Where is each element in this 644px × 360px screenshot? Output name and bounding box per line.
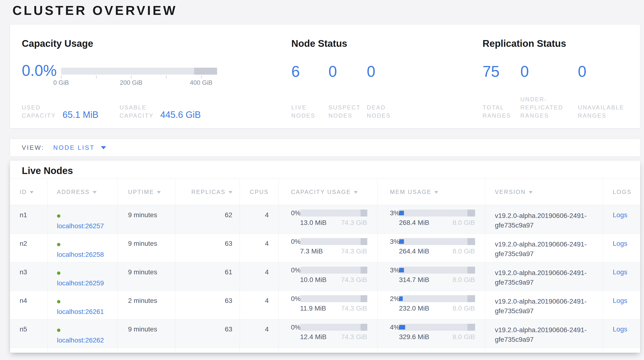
mem-usage-meter: 4% [390,324,475,331]
capacity-total-value: 74.3 GiB [341,304,367,312]
mem-usage-meter: 3% [390,267,475,274]
capacity-total-value: 74.3 GiB [341,276,367,284]
capacity-usage-section: Capacity Usage 0.0% 0 GiB200 GiB400 GiB … [22,38,233,120]
node-cpus-cell: 4 [240,291,278,319]
mem-meter-fill [399,268,404,272]
node-memory-cell: 2% 232.0 MiB 8.0 GiB [377,291,485,319]
node-status-stat: 0SUSPECT NODES [328,63,364,120]
node-cpus-cell: 4 [240,262,278,291]
column-header-label: CAPACITY USAGE [291,189,351,195]
view-selected-value[interactable]: NODE LIST [53,144,95,151]
node-uptime-cell: 9 minutes [118,262,175,291]
used-capacity-stat: USED CAPACITY 65.1 MiB [22,103,98,120]
capacity-meter-cap [360,210,367,217]
capacity-percent-label: 0% [291,238,300,245]
node-logs-link[interactable]: Logs [613,297,628,304]
mem-meter-track [399,238,475,245]
live-nodes-heading: Live Nodes [22,165,73,176]
sort-arrow-icon [157,191,161,194]
node-address-link[interactable]: localhost:26258 [57,251,104,258]
node-capacity-cell: 0% 13.0 MiB 74.3 GiB [278,205,377,234]
column-header-label: MEM USAGE [390,189,432,195]
mem-total-value: 8.0 GiB [452,219,475,227]
column-header-uptime[interactable]: UPTIME [118,179,175,205]
node-id-cell: n4 [10,291,48,319]
page-title: CLUSTER OVERVIEW [12,3,177,18]
capacity-meter-track [300,267,367,274]
node-memory-cell: 4% 329.6 MiB 8.0 GiB [377,319,485,348]
gauge-tick [96,76,96,78]
column-header-label: VERSION [495,189,526,195]
live-nodes-table: IDADDRESSUPTIMEREPLICASCPUSCAPACITY USAG… [10,178,640,353]
node-logs-cell: Logs [602,234,640,262]
node-logs-cell: Logs [602,291,640,319]
node-capacity-cell: 0% 11.9 MiB 74.3 GiB [278,291,377,319]
mem-percent-label: 3% [390,210,399,217]
capacity-gauge-axis: 0 GiB200 GiB400 GiB [61,79,217,86]
replication-status-section: Replication Status 75TOTAL RANGES0UNDER-… [482,38,641,120]
mem-usage-meter: 3% [390,238,475,245]
capacity-meter-cap [360,238,367,245]
node-address-link[interactable]: localhost:26259 [57,279,104,287]
column-header-replicas[interactable]: REPLICAS [175,179,240,205]
mem-meter-cap [468,210,475,217]
capacity-meter-track [300,295,367,302]
node-address-link[interactable]: localhost:26261 [57,308,104,315]
node-capacity-cell: 0% 7.3 MiB 74.3 GiB [278,234,377,262]
replication-stat-label: TOTAL RANGES [482,103,518,120]
node-address-cell: localhost:26261 [48,291,118,319]
node-logs-link[interactable]: Logs [613,240,628,247]
mem-meter-fill [399,325,405,329]
node-memory-cell: 3% 314.7 MiB 8.0 GiB [377,262,485,291]
node-version-text: v19.2.0-alpha.20190606-2491-gfe735c9a97 [495,240,600,259]
used-capacity-value: 65.1 MiB [62,110,98,120]
capacity-used-value: 7.3 MiB [300,247,323,255]
node-uptime-cell: 9 minutes [118,234,175,262]
column-header-mem-usage[interactable]: MEM USAGE [377,179,485,205]
node-version-cell: v19.2.0-alpha.20190606-2491-gfe735c9a97 [485,319,602,348]
node-replicas-cell: 61 [175,262,240,291]
node-address-link[interactable]: localhost:26257 [57,222,104,230]
capacity-used-value: 11.9 MiB [300,304,326,312]
column-header-capacity-usage[interactable]: CAPACITY USAGE [278,179,377,205]
node-logs-link[interactable]: Logs [613,325,628,333]
table-row: n4 localhost:26261 2 minutes 63 4 0% 11.… [10,291,640,319]
gauge-axis-label: 200 GiB [120,79,142,86]
mem-meter-cap [468,267,475,274]
table-header-row: IDADDRESSUPTIMEREPLICASCPUSCAPACITY USAG… [10,179,640,205]
column-header-label: CPUS [250,189,269,195]
table-row: n2 localhost:26258 9 minutes 63 4 0% 7.3… [10,234,640,262]
node-replicas-cell: 63 [175,291,240,319]
mem-meter-fill [399,239,404,244]
mem-meter-track [399,210,475,217]
capacity-percent-value: 0.0% [22,62,57,79]
node-logs-link[interactable]: Logs [613,211,628,219]
capacity-gauge: 0 GiB200 GiB400 GiB [61,68,217,86]
column-header-version[interactable]: VERSION [485,179,602,205]
mem-percent-label: 3% [390,238,399,245]
view-selector-dropdown[interactable]: NODE LIST [53,144,106,151]
capacity-stats: USED CAPACITY 65.1 MiB USABLE CAPACITY 4… [22,102,233,120]
capacity-gauge-cap [194,68,217,75]
node-status-stat: 6LIVE NODES [291,63,327,120]
capacity-total-value: 74.3 GiB [341,333,367,341]
sort-arrow-icon [30,191,34,194]
gauge-tick [131,76,132,78]
column-header-address[interactable]: ADDRESS [48,179,118,205]
capacity-used-value: 12.4 MiB [300,333,327,341]
node-logs-link[interactable]: Logs [613,268,628,276]
column-header-cpus: CPUS [240,179,278,205]
node-capacity-cell: 0% 10.0 MiB 74.3 GiB [278,262,377,291]
mem-used-value: 264.4 MiB [399,247,429,255]
sort-arrow-icon [354,191,358,194]
node-address-link[interactable]: localhost:26262 [57,336,104,344]
node-status-stat: 0DEAD NODES [367,63,408,120]
gauge-axis-label: 0 GiB [53,79,69,86]
table-row: n3 localhost:26259 9 minutes 61 4 0% 10.… [10,262,640,291]
node-version-cell: v19.2.0-alpha.20190606-2491-gfe735c9a97 [485,262,602,291]
column-header-label: UPTIME [128,189,154,195]
mem-used-value: 232.0 MiB [399,304,429,312]
node-status-stat-value: 6 [291,63,327,80]
column-header-id[interactable]: ID [10,179,48,205]
gauge-axis-label: 400 GiB [190,79,212,86]
